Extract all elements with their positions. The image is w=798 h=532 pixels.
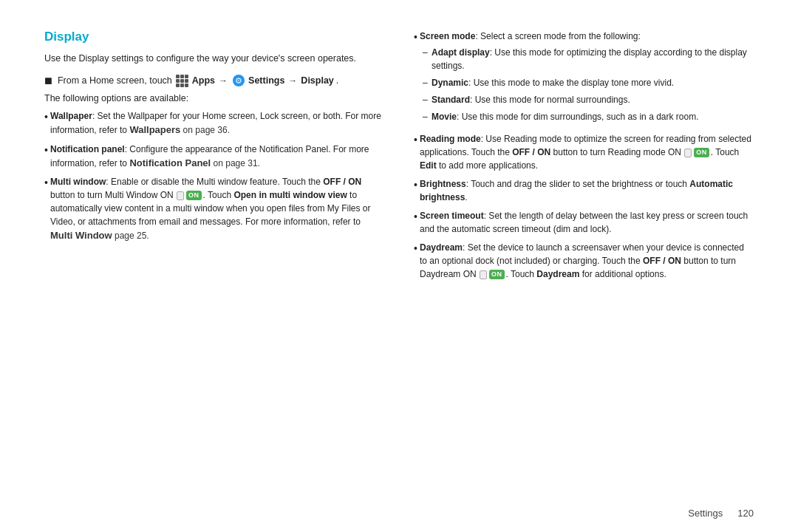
arrow2: → (288, 73, 297, 88)
wallpaper-ref: Wallpapers (129, 124, 180, 135)
toggle-box-daydream (480, 270, 487, 279)
multi-window-ref: Multi Window (50, 230, 112, 241)
daydream-offon: OFF / ON (643, 256, 681, 266)
left-column: Display Use the Display settings to conf… (44, 30, 384, 485)
reading-offon: OFF / ON (512, 147, 550, 157)
standard-item: Standard: Use this mode for normal surro… (420, 93, 754, 106)
multi-window-ref-suffix: page 25. (112, 231, 149, 241)
options-header: The following options are available: (44, 93, 384, 103)
toggle-box-multi (177, 191, 184, 200)
wallpaper-label: Wallpaper (50, 111, 92, 121)
settings-label: Settings (248, 73, 284, 89)
screen-mode-label: Screen mode (420, 31, 475, 41)
edit-label: Edit (420, 160, 437, 171)
daydream-ref-label: Daydream (536, 269, 579, 279)
daydream-item: Daydream: Set the device to launch a scr… (414, 241, 754, 281)
nav-line: ■ From a Home screen, touch Apps → Setti… (44, 73, 384, 89)
page-title: Display (44, 30, 384, 44)
footer-section: Settings (688, 508, 723, 519)
footer: Settings 120 (0, 508, 798, 532)
notification-panel-ref-suffix: on page 31. (211, 158, 260, 168)
nav-prefix: From a Home screen, touch (58, 73, 172, 89)
multi-window-label: Multi window (50, 177, 106, 187)
footer-page: 120 (737, 508, 754, 519)
multi-window-offon: OFF / ON (323, 177, 361, 187)
reading-mode-item: Reading mode: Use Reading mode to optimi… (414, 132, 754, 172)
apps-label: Apps (192, 73, 215, 89)
multi-window-item: Multi window: Enable or disable the Mult… (44, 175, 384, 243)
daydream-label: Daydream (420, 242, 463, 253)
wallpaper-item: Wallpaper: Set the Wallpaper for your Ho… (44, 109, 384, 137)
notification-panel-item: Notification panel: Configure the appear… (44, 143, 384, 171)
movie-item: Movie: Use this mode for dim surrounding… (420, 110, 754, 123)
toggle-on-daydream: ON (489, 270, 505, 279)
toggle-on-multi: ON (186, 191, 202, 200)
notification-panel-ref: Notification Panel (129, 157, 211, 168)
brightness-label: Brightness (420, 179, 466, 189)
movie-label: Movie (432, 112, 457, 122)
standard-label: Standard (432, 95, 470, 105)
footer-text: Settings 120 (688, 508, 754, 519)
dynamic-label: Dynamic (432, 78, 468, 88)
adapt-display-item: Adapt display: Use this mode for optimiz… (420, 46, 754, 72)
settings-icon (233, 75, 245, 86)
wallpaper-ref-suffix: on page 36. (180, 125, 230, 135)
reading-mode-label: Reading mode (420, 134, 481, 144)
intro-text: Use the Display settings to configure th… (44, 52, 384, 66)
screen-mode-item: Screen mode: Select a screen mode from t… (414, 30, 754, 127)
toggle-on-reading: ON (694, 148, 709, 157)
dynamic-item: Dynamic: Use this mode to make the displ… (420, 76, 754, 89)
apps-icon (176, 75, 188, 87)
nav-bullet: ■ (44, 74, 52, 87)
arrow1: → (219, 73, 228, 88)
toggle-box-reading (684, 149, 692, 157)
right-column: Screen mode: Select a screen mode from t… (414, 30, 754, 485)
open-multi-label: Open in multi window view (233, 190, 347, 200)
screen-timeout-label: Screen timeout (420, 211, 484, 221)
adapt-display-label: Adapt display (432, 47, 490, 58)
brightness-item: Brightness: Touch and drag the slider to… (414, 177, 754, 204)
screen-timeout-item: Screen timeout: Set the length of delay … (414, 209, 754, 236)
notification-panel-label: Notification panel (50, 144, 125, 154)
display-label: Display (301, 73, 333, 89)
